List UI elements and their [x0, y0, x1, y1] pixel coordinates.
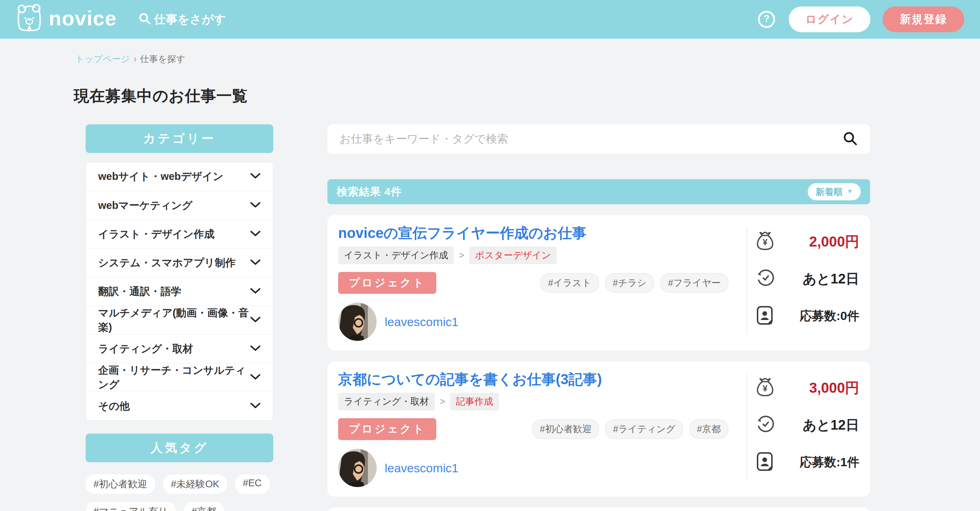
job-tag[interactable]: #京都 [689, 419, 729, 439]
chevron-down-icon [250, 288, 261, 296]
job-tags: #初心者歓迎 #ライティング #京都 [532, 419, 729, 439]
chevron-down-icon [250, 202, 261, 210]
job-category-chip[interactable]: ライティング・取材 [338, 393, 435, 410]
job-title-link[interactable]: 京都についての記事を書くお仕事(3記事) [338, 371, 729, 387]
job-type-badge: プロジェクト [338, 272, 436, 294]
breadcrumb-current: 仕事を探す [140, 53, 185, 65]
chevron-down-icon [250, 403, 261, 410]
job-deadline: あと12日 [803, 416, 859, 434]
category-item-system-app[interactable]: システム・スマホアプリ制作 [86, 248, 273, 277]
popular-tags: #初心者歓迎 #未経験OK #EC #マニュアル有り #京都 [86, 474, 273, 511]
job-category-chip[interactable]: イラスト・デザイン作成 [338, 247, 454, 264]
job-deadline: あと12日 [803, 270, 859, 288]
breadcrumb-home-link[interactable]: トップページ [75, 53, 130, 65]
category-item-illustration[interactable]: イラスト・デザイン作成 [86, 220, 273, 248]
breadcrumb-separator: › [134, 54, 137, 64]
job-tag[interactable]: #イラスト [540, 273, 599, 293]
job-search-box [328, 124, 870, 154]
job-subcategory-chip[interactable]: ポスターデザイン [469, 247, 557, 264]
job-owner-link[interactable]: leavescomic1 [385, 461, 458, 475]
help-icon[interactable]: ? [757, 10, 776, 29]
category-item-consulting[interactable]: 企画・リサーチ・コンサルティング [86, 363, 273, 392]
money-bag-icon: ¥ [756, 231, 774, 252]
filter-sidebar: カテゴリー webサイト・webデザイン webマーケティング イラスト・デザイ… [86, 124, 273, 511]
category-item-web-marketing[interactable]: webマーケティング [86, 191, 273, 220]
job-results-column: 検索結果 4件 新着順 ▼ noviceの宣伝フライヤー作成のお仕事 イラスト・… [328, 124, 870, 511]
job-stats: ¥ 2,000円 あと12日 [746, 227, 870, 334]
chevron-down-icon [250, 317, 261, 324]
job-price: 3,000円 [809, 378, 859, 398]
bear-logo-icon [16, 3, 44, 35]
nav-find-jobs[interactable]: 仕事をさがす [138, 11, 226, 28]
results-bar: 検索結果 4件 新着順 ▼ [328, 179, 870, 204]
svg-text:¥: ¥ [762, 384, 768, 393]
money-bag-icon: ¥ [756, 377, 774, 398]
search-submit-button[interactable] [843, 131, 858, 147]
job-type-badge: プロジェクト [338, 418, 436, 440]
chevron-down-icon [250, 374, 261, 382]
job-card: 京都についての記事を書くお仕事(3記事) ライティング・取材 > 記事作成 プロ… [328, 361, 870, 497]
dropdown-arrow-icon: ▼ [847, 188, 853, 195]
popular-tag[interactable]: #初心者歓迎 [86, 474, 155, 494]
nav-find-jobs-label: 仕事をさがす [154, 11, 226, 28]
job-applications: 応募数:0件 [800, 308, 859, 324]
sort-dropdown[interactable]: 新着順 ▼ [808, 183, 861, 200]
job-subcategory-chip[interactable]: 記事作成 [450, 393, 499, 410]
top-navigation-bar: novice 仕事をさがす ? ログイン 新規登録 [0, 0, 980, 39]
job-price: 2,000円 [809, 232, 859, 252]
category-item-writing[interactable]: ライティング・取材 [86, 334, 273, 363]
job-card: noviceの宣伝フライヤー作成のお仕事 イラスト・デザイン作成 > ポスターデ… [328, 215, 870, 350]
applicant-card-icon [756, 306, 773, 326]
popular-tag[interactable]: #京都 [184, 502, 224, 511]
category-item-translation[interactable]: 翻訳・通訳・語学 [86, 277, 273, 306]
category-list: webサイト・webデザイン webマーケティング イラスト・デザイン作成 シス… [86, 162, 273, 421]
login-button[interactable]: ログイン [789, 6, 870, 32]
category-item-multimedia[interactable]: マルチメディア(動画・画像・音楽) [86, 306, 273, 334]
chevron-down-icon [250, 173, 261, 181]
results-count: 検索結果 4件 [337, 185, 402, 199]
job-search-input[interactable] [340, 132, 843, 145]
chevron-down-icon [250, 345, 261, 353]
job-tag[interactable]: #フライヤー [660, 273, 729, 293]
search-icon [843, 131, 858, 147]
job-tag[interactable]: #ライティング [605, 419, 683, 439]
breadcrumb: トップページ › 仕事を探す [0, 39, 980, 65]
search-icon [138, 12, 151, 27]
signup-button[interactable]: 新規登録 [883, 6, 964, 32]
category-item-web-design[interactable]: webサイト・webデザイン [86, 162, 273, 191]
avatar[interactable] [338, 302, 377, 341]
job-owner-link[interactable]: leavescomic1 [385, 315, 458, 329]
popular-tag[interactable]: #マニュアル有り [86, 502, 176, 511]
page-title: 現在募集中のお仕事一覧 [74, 86, 980, 107]
deadline-clock-icon [756, 415, 775, 435]
svg-text:¥: ¥ [762, 237, 768, 247]
job-tag[interactable]: #初心者歓迎 [532, 419, 599, 439]
applicant-card-icon [756, 452, 773, 473]
job-stats: ¥ 3,000円 あと12日 [746, 373, 870, 480]
job-title-link[interactable]: noviceの宣伝フライヤー作成のお仕事 [338, 225, 729, 241]
svg-text:?: ? [764, 13, 770, 24]
job-category-breadcrumb: イラスト・デザイン作成 > ポスターデザイン [338, 247, 729, 264]
category-separator: > [440, 396, 445, 407]
avatar[interactable] [338, 449, 377, 487]
job-applications: 応募数:1件 [800, 454, 859, 471]
deadline-clock-icon [756, 269, 775, 288]
brand-logo[interactable]: novice [16, 3, 117, 35]
brand-name: novice [49, 8, 117, 31]
category-separator: > [459, 250, 464, 261]
popular-tag[interactable]: #EC [235, 474, 270, 494]
job-tag[interactable]: #チラシ [605, 273, 654, 293]
job-card: 自社ECサイトページを楽天・Yahoo・Amazonに出品 ¥ 500円 [328, 508, 870, 511]
popular-tag[interactable]: #未経験OK [163, 474, 227, 494]
chevron-down-icon [250, 231, 261, 238]
category-panel-header: カテゴリー [86, 124, 273, 153]
category-item-other[interactable]: その他 [86, 392, 273, 420]
popular-tags-header: 人気タグ [86, 434, 273, 462]
chevron-down-icon [250, 259, 261, 267]
job-tags: #イラスト #チラシ #フライヤー [540, 273, 729, 293]
job-category-breadcrumb: ライティング・取材 > 記事作成 [338, 393, 729, 410]
